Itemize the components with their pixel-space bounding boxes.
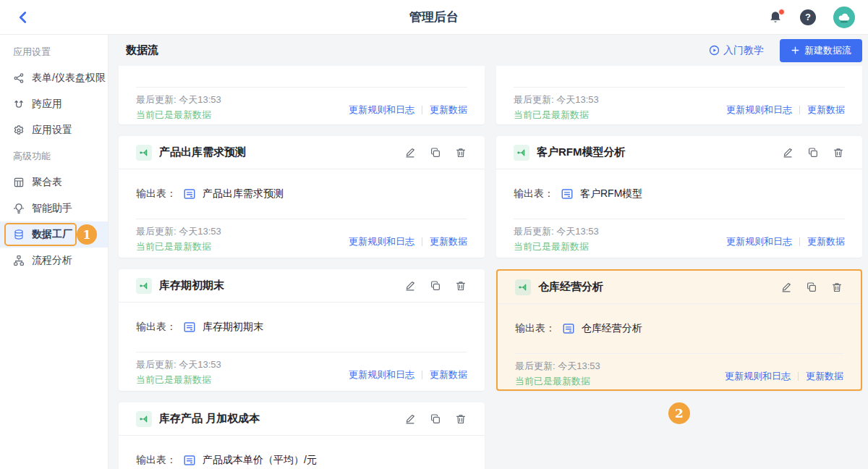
edit-button[interactable]: [404, 413, 417, 426]
output-table-name[interactable]: 库存期初期末: [203, 321, 263, 334]
admin-console-page: 管理后台 ? 应用设置 表单/仪表盘权限 跨应用: [0, 0, 868, 469]
annotation-badge-1: 1: [77, 224, 97, 245]
sidebar-item-app-settings[interactable]: 应用设置: [0, 117, 108, 143]
sidebar-item-label: 跨应用: [32, 98, 62, 111]
sidebar-item-label: 智能助手: [32, 202, 72, 215]
topbar-actions: ?: [768, 7, 855, 28]
copy-button[interactable]: [807, 146, 820, 159]
topbar: 管理后台 ?: [0, 0, 868, 35]
copy-button[interactable]: [429, 279, 442, 292]
delete-button[interactable]: [454, 413, 467, 426]
update-data-link[interactable]: 更新数据: [430, 368, 467, 381]
copy-button[interactable]: [429, 413, 442, 426]
dataflow-card-monthly-weighted-cost: 库存产品 月加权成本 输出表： 产品成本单价（平均）/元: [119, 402, 485, 469]
dataflow-card-list[interactable]: 最后更新: 今天13:53 当前已是最新数据 更新规则和日志 更新数据: [109, 66, 868, 469]
update-data-link[interactable]: 更新数据: [806, 370, 843, 383]
sidebar-item-data-factory[interactable]: 数据工厂 1: [0, 221, 108, 248]
dataflow-card-partial-right: 最后更新: 今天13:53 当前已是最新数据 更新规则和日志 更新数据: [496, 66, 862, 124]
table-doc-icon: [183, 187, 196, 200]
back-button[interactable]: [13, 7, 33, 28]
copy-icon: [432, 415, 440, 423]
help-button[interactable]: ?: [800, 9, 816, 25]
card-title: 仓库经营分析: [538, 280, 773, 294]
card-title: 库存期初期末: [159, 279, 396, 292]
gear-icon: [14, 126, 22, 134]
link-separator: [422, 106, 422, 114]
edit-button[interactable]: [404, 279, 417, 292]
sidebar-item-aggregate-table[interactable]: 聚合表: [0, 169, 108, 195]
update-rules-log-link[interactable]: 更新规则和日志: [349, 368, 414, 381]
status-text: 当前已是最新数据: [514, 240, 599, 253]
copy-button[interactable]: [805, 281, 818, 294]
sidebar-item-label: 应用设置: [32, 124, 72, 137]
play-circle-icon: [710, 46, 719, 55]
status-text: 当前已是最新数据: [136, 109, 221, 122]
output-table-name[interactable]: 客户RFM模型: [580, 187, 642, 200]
update-data-link[interactable]: 更新数据: [430, 103, 467, 117]
pencil-icon: [407, 415, 414, 423]
status-text: 当前已是最新数据: [515, 375, 600, 388]
copy-icon: [808, 283, 816, 291]
last-update-text: 最后更新: 今天13:53: [136, 225, 221, 238]
output-table-name[interactable]: 产品成本单价（平均）/元: [203, 454, 317, 467]
flow-chart-icon: [14, 256, 24, 266]
update-data-link[interactable]: 更新数据: [807, 103, 845, 117]
update-data-link[interactable]: 更新数据: [430, 235, 467, 248]
status-text: 当前已是最新数据: [514, 109, 599, 122]
link-separator: [799, 106, 800, 114]
table-doc-icon: [562, 322, 575, 335]
delete-button[interactable]: [830, 281, 843, 294]
output-table-name[interactable]: 产品出库需求预测: [203, 187, 284, 200]
tutorial-link[interactable]: 入门教学: [709, 44, 764, 57]
output-table-label: 输出表：: [136, 454, 176, 467]
card-title: 库存产品 月加权成本: [159, 412, 396, 426]
update-rules-log-link[interactable]: 更新规则和日志: [726, 103, 792, 117]
dataflow-card-warehouse-analysis: 仓库经营分析 输出表： 仓库经营分析: [496, 269, 862, 391]
flow-merge-icon: [515, 279, 531, 295]
update-rules-log-link[interactable]: 更新规则和日志: [349, 235, 414, 248]
edit-button[interactable]: [404, 146, 417, 159]
notifications-button[interactable]: [768, 10, 783, 25]
delete-button[interactable]: [832, 146, 845, 159]
new-dataflow-button[interactable]: 新建数据流: [780, 39, 862, 62]
sidebar-item-label: 数据工厂: [32, 228, 72, 241]
new-dataflow-button-label: 新建数据流: [804, 44, 851, 57]
update-data-link[interactable]: 更新数据: [807, 235, 845, 248]
dataflow-card-inventory-period: 库存期初期末 输出表： 库存期初期末: [119, 269, 485, 391]
delete-button[interactable]: [454, 146, 467, 159]
sidebar-item-label: 表单/仪表盘权限: [32, 72, 106, 85]
edit-button[interactable]: [780, 281, 793, 294]
output-table-name[interactable]: 仓库经营分析: [582, 322, 642, 335]
output-table-label: 输出表：: [514, 187, 554, 200]
page-title: 管理后台: [409, 9, 459, 25]
card-divider: [136, 66, 467, 88]
link-separator: [798, 372, 799, 381]
update-rules-log-link[interactable]: 更新规则和日志: [726, 235, 792, 248]
sidebar-item-process-analysis[interactable]: 流程分析: [0, 248, 108, 274]
trash-icon: [457, 415, 465, 423]
pencil-icon: [407, 282, 414, 290]
table-doc-icon: [561, 187, 574, 200]
last-update-text: 最后更新: 今天13:53: [136, 93, 221, 106]
pencil-icon: [783, 283, 790, 291]
sidebar-item-smart-assistant[interactable]: 智能助手: [0, 195, 108, 221]
card-divider: [514, 66, 845, 88]
last-update-text: 最后更新: 今天13:53: [514, 93, 599, 106]
sidebar-section-advanced: 高级功能: [0, 148, 108, 165]
status-text: 当前已是最新数据: [136, 240, 221, 253]
delete-button[interactable]: [454, 279, 467, 292]
sidebar-item-cross-app[interactable]: 跨应用: [0, 91, 108, 117]
copy-button[interactable]: [429, 146, 442, 159]
update-rules-log-link[interactable]: 更新规则和日志: [349, 103, 414, 117]
share-nodes-icon: [14, 74, 23, 83]
copy-icon: [432, 282, 440, 290]
flow-merge-icon: [514, 145, 529, 161]
sidebar-item-form-dashboard-permissions[interactable]: 表单/仪表盘权限: [0, 65, 108, 91]
dataflow-card-customer-rfm: 客户RFM模型分析 输出表： 客户RFM模型: [496, 136, 862, 258]
edit-button[interactable]: [781, 146, 794, 159]
notification-dot: [778, 9, 785, 15]
update-rules-log-link[interactable]: 更新规则和日志: [725, 370, 791, 383]
avatar[interactable]: [833, 7, 855, 28]
last-update-text: 最后更新: 今天13:53: [515, 360, 600, 373]
pencil-icon: [784, 148, 791, 156]
